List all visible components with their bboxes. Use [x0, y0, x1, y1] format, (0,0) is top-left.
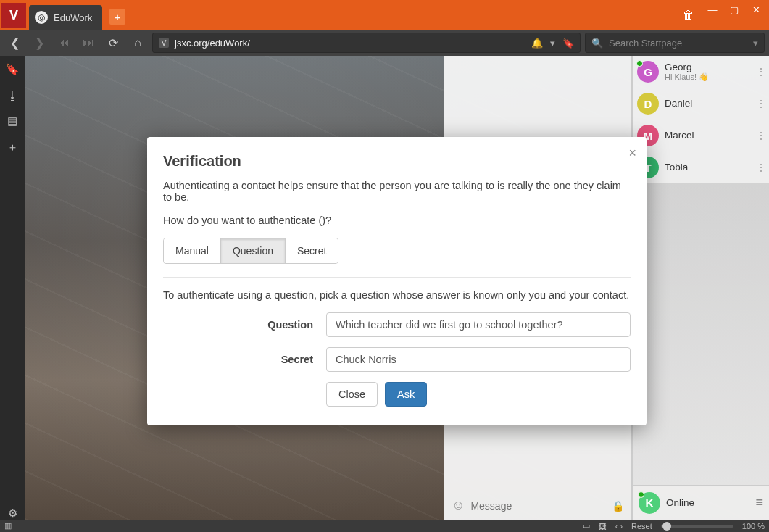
- tab-question[interactable]: Question: [220, 238, 285, 263]
- question-input[interactable]: [326, 312, 631, 337]
- fast-forward-button[interactable]: ⏭: [78, 33, 99, 53]
- rewind-button[interactable]: ⏮: [54, 33, 74, 53]
- chat-message-input[interactable]: [470, 500, 606, 512]
- dialog-how: How do you want to authenticate ()?: [163, 215, 631, 226]
- minimize-icon[interactable]: —: [705, 3, 720, 16]
- page-actions-icon[interactable]: ‹ ›: [615, 522, 623, 531]
- search-engine-dropdown-icon[interactable]: ▾: [753, 38, 758, 49]
- tiling-icon[interactable]: ▭: [583, 521, 590, 531]
- bookmark-icon[interactable]: 🔖: [562, 38, 574, 49]
- search-icon: 🔍: [591, 38, 603, 49]
- contact-name: Daniel: [665, 98, 692, 109]
- zoom-slider[interactable]: [661, 525, 733, 528]
- window-controls: — ▢ ✕: [701, 0, 769, 30]
- contact-menu-icon[interactable]: ⋮: [756, 162, 766, 173]
- contact-item[interactable]: M Marcel ⋮: [633, 120, 769, 151]
- avatar: G: [637, 61, 659, 83]
- add-panel-icon[interactable]: ＋: [7, 141, 18, 154]
- chat-input-bar: ☺ 🔒: [444, 491, 631, 520]
- app-menu-button[interactable]: V: [1, 3, 26, 28]
- panel-sidebar: 🔖 ⭳ ▤ ＋ ⚙: [0, 56, 25, 520]
- settings-icon[interactable]: ⚙: [8, 507, 17, 520]
- contact-name: Tobia: [665, 162, 688, 173]
- tab-title: EduWork: [54, 12, 92, 23]
- site-info-icon[interactable]: V: [159, 38, 169, 48]
- contact-item[interactable]: T Tobia ⋮: [633, 151, 769, 183]
- home-button[interactable]: ⌂: [128, 33, 148, 53]
- tab-favicon: ◎: [35, 11, 48, 24]
- status-bar: ▥ ▭ 🖼 ‹ › Reset 100 %: [0, 520, 769, 532]
- zoom-value: 100 %: [742, 522, 765, 531]
- bookmarks-panel-icon[interactable]: 🔖: [6, 63, 20, 76]
- browser-tab[interactable]: ◎ EduWork: [29, 5, 102, 30]
- ask-button[interactable]: Ask: [385, 382, 427, 407]
- search-field[interactable]: 🔍 Search Startpage ▾: [585, 33, 765, 53]
- contact-roster: G Georg Hi Klaus! 👋 ⋮ D Daniel ⋮ M Marce…: [632, 56, 769, 520]
- presence-online-icon: [636, 60, 643, 67]
- reload-button[interactable]: ⟳: [103, 33, 123, 53]
- closed-tabs-trash-icon[interactable]: 🗑: [676, 0, 701, 30]
- tab-secret[interactable]: Secret: [285, 238, 338, 263]
- notes-panel-icon[interactable]: ▤: [7, 115, 17, 128]
- tab-manual[interactable]: Manual: [164, 238, 220, 263]
- question-help: To authenticate using a question, pick a…: [163, 289, 631, 301]
- contact-menu-icon[interactable]: ⋮: [756, 130, 766, 141]
- contact-menu-icon[interactable]: ⋮: [756, 66, 766, 78]
- downloads-panel-icon[interactable]: ⭳: [7, 89, 18, 101]
- url-text: jsxc.org/eduWork/: [175, 38, 250, 49]
- auth-method-tabs: Manual Question Secret: [163, 238, 338, 264]
- contact-menu-icon[interactable]: ⋮: [756, 98, 766, 109]
- new-tab-button[interactable]: +: [109, 9, 125, 25]
- presence-online-icon: [638, 491, 644, 498]
- verification-dialog: × Verification Authenticating a contact …: [147, 137, 647, 425]
- panel-toggle-icon[interactable]: ▥: [4, 521, 12, 531]
- url-field[interactable]: V jsxc.org/eduWork/ 🔔 ▾ 🔖: [152, 33, 581, 53]
- own-status-label: Online: [666, 497, 694, 508]
- image-toggle-icon[interactable]: 🖼: [599, 522, 607, 531]
- dialog-close-icon[interactable]: ×: [628, 146, 636, 161]
- url-dropdown-icon[interactable]: ▾: [550, 38, 555, 49]
- avatar: D: [637, 93, 659, 115]
- close-icon[interactable]: ✕: [749, 3, 763, 16]
- encryption-lock-icon[interactable]: 🔒: [612, 500, 624, 512]
- roster-menu-icon[interactable]: ≡: [755, 495, 763, 510]
- secret-label: Secret: [163, 354, 326, 365]
- notifications-icon[interactable]: 🔔: [531, 38, 543, 49]
- close-button[interactable]: Close: [326, 382, 378, 407]
- back-button[interactable]: ❮: [4, 33, 25, 53]
- search-placeholder: Search Startpage: [609, 38, 682, 49]
- question-label: Question: [163, 319, 326, 331]
- dialog-title: Verification: [163, 153, 631, 170]
- emoji-icon[interactable]: ☺: [452, 498, 465, 513]
- dialog-intro: Authenticating a contact helps ensure th…: [163, 180, 631, 203]
- contact-item[interactable]: D Daniel ⋮: [633, 88, 769, 120]
- forward-button[interactable]: ❯: [29, 33, 49, 53]
- address-bar: ❮ ❯ ⏮ ⏭ ⟳ ⌂ V jsxc.org/eduWork/ 🔔 ▾ 🔖 🔍 …: [0, 30, 769, 56]
- maximize-icon[interactable]: ▢: [727, 3, 741, 16]
- secret-input[interactable]: [326, 347, 631, 372]
- contact-name: Marcel: [665, 130, 694, 141]
- zoom-reset[interactable]: Reset: [631, 522, 652, 531]
- contact-last-msg: Hi Klaus! 👋: [665, 72, 709, 82]
- own-presence[interactable]: K Online ≡: [633, 485, 769, 520]
- titlebar: V ◎ EduWork + 🗑 — ▢ ✕: [0, 0, 769, 30]
- avatar: K: [639, 492, 660, 514]
- contact-name: Georg: [665, 62, 709, 73]
- contact-item[interactable]: G Georg Hi Klaus! 👋 ⋮: [633, 56, 769, 88]
- page-content: ☺ 🔒 G Georg Hi Klaus! 👋 ⋮ D Daniel: [25, 56, 769, 520]
